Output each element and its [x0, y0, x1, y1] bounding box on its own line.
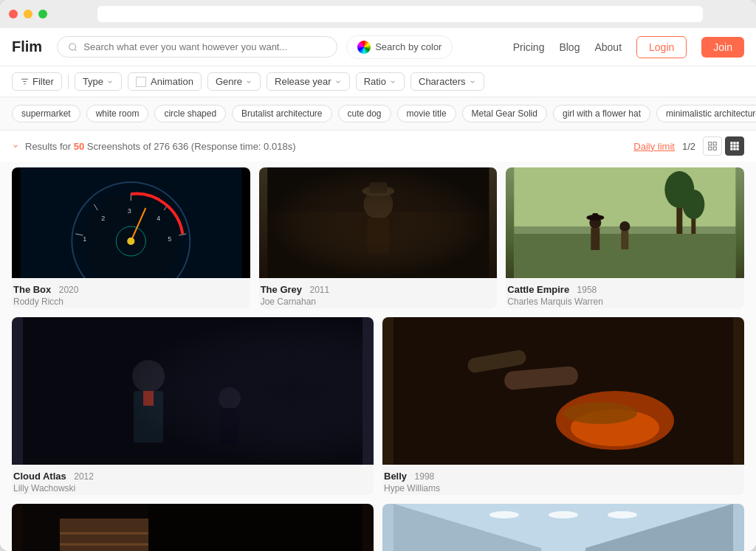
minimize-dot[interactable]	[24, 10, 32, 18]
movie-info-the-grey: The Grey 2011 Joe Carnahan	[259, 278, 498, 308]
svg-rect-13	[734, 145, 735, 147]
genre-label: Genre	[216, 76, 242, 87]
cloud-atlas-svg	[12, 317, 374, 465]
svg-rect-12	[731, 145, 732, 147]
svg-point-86	[549, 511, 578, 519]
content-area: 3 4 5 2 1	[0, 162, 756, 551]
svg-point-0	[69, 44, 76, 50]
movie-title: The Grey	[261, 284, 302, 295]
movie-director: Hype Williams	[384, 483, 743, 493]
release-label: Release year	[275, 76, 331, 87]
movie-card-cloud-atlas[interactable]: Cloud Atlas 2012 Lilly Wachowski	[12, 317, 374, 495]
chip-4[interactable]: cute dog	[338, 105, 391, 122]
svg-rect-8	[713, 147, 716, 150]
filter-label: Filter	[32, 76, 54, 87]
chip-3[interactable]: Brutalist architecture	[232, 105, 331, 122]
movie-card-belly[interactable]: Belly 1998 Hype Williams	[382, 317, 744, 495]
movie-year: 2011	[309, 285, 329, 295]
blog-link[interactable]: Blog	[559, 41, 580, 53]
daily-limit-pages: 1/2	[682, 141, 695, 152]
search-bar[interactable]	[57, 36, 337, 58]
movie-info-belly: Belly 1998 Hype Williams	[382, 465, 744, 495]
svg-rect-50	[591, 228, 600, 250]
login-button[interactable]: Login	[636, 36, 687, 58]
movie-title: Cloud Atlas	[13, 471, 66, 482]
movie-card-the-box[interactable]: 3 4 5 2 1	[12, 167, 250, 308]
svg-rect-77	[60, 519, 148, 551]
grid-icon	[707, 141, 718, 151]
results-total: 276 636	[154, 141, 188, 152]
chip-5[interactable]: movie title	[397, 105, 456, 122]
movie-title: Belly	[384, 471, 407, 482]
movie-year: 2012	[74, 471, 94, 482]
svg-rect-14	[737, 145, 738, 147]
svg-line-1	[75, 49, 76, 50]
svg-point-51	[620, 221, 630, 232]
svg-text:4: 4	[157, 215, 160, 222]
view-toggle	[703, 136, 744, 156]
ratio-label: Ratio	[364, 76, 386, 87]
animation-label: Animation	[151, 76, 193, 87]
svg-text:2: 2	[101, 215, 105, 222]
svg-point-85	[489, 511, 519, 519]
movie-card-cattle-empire[interactable]: Cattle Empire 1958 Charles Marquis Warre…	[506, 167, 744, 308]
movie-thumbnail-cloud-atlas	[12, 317, 374, 465]
movie-director: Charles Marquis Warren	[507, 297, 743, 307]
pricing-link[interactable]: Pricing	[513, 41, 545, 53]
movie-director: Joe Carnahan	[261, 297, 496, 307]
movie-thumbnail-belly	[382, 317, 744, 465]
svg-text:3: 3	[128, 207, 131, 215]
navbar: Flim Search by color Pricing Blog About …	[0, 28, 756, 66]
svg-rect-10	[734, 142, 735, 144]
titlebar	[0, 0, 756, 28]
daily-limit: Daily limit 1/2	[633, 136, 744, 156]
movie-info-cattle-empire: Cattle Empire 1958 Charles Marquis Warre…	[506, 278, 744, 308]
about-link[interactable]: About	[594, 41, 622, 53]
list-view-btn[interactable]	[725, 136, 744, 156]
response-time: 0.018	[264, 141, 288, 152]
logo: Flim	[12, 38, 42, 55]
filter-button[interactable]: Filter	[12, 72, 62, 91]
animation-filter[interactable]: Animation	[128, 72, 202, 91]
close-dot[interactable]	[9, 10, 18, 18]
url-bar[interactable]	[97, 6, 703, 22]
movie-card-the-grey[interactable]: The Grey 2011 Joe Carnahan	[259, 167, 498, 308]
movie-title: The Box	[13, 284, 51, 295]
results-prefix: Results for	[25, 141, 71, 152]
chip-1[interactable]: white room	[86, 105, 149, 122]
chip-0[interactable]: supermarket	[12, 105, 80, 122]
search-icon	[68, 42, 78, 52]
seventh-svg	[12, 504, 374, 551]
svg-rect-61	[23, 317, 362, 465]
daily-limit-label[interactable]: Daily limit	[633, 141, 675, 152]
release-dropdown[interactable]: Release year	[267, 72, 350, 91]
characters-dropdown[interactable]: Characters	[410, 72, 484, 91]
svg-point-67	[563, 402, 637, 424]
chip-7[interactable]: girl with a flower hat	[553, 105, 650, 122]
results-count: 50	[74, 141, 84, 152]
chevron-down-icon-2	[245, 78, 252, 86]
movie-row-2: Cloud Atlas 2012 Lilly Wachowski	[12, 317, 744, 495]
genre-dropdown[interactable]: Genre	[207, 72, 261, 91]
movie-info-the-box: The Box 2020 Roddy Ricch	[12, 278, 250, 308]
chip-2[interactable]: circle shaped	[154, 105, 226, 122]
movie-card-promising[interactable]: Promising Young Woman 2020 Emerald Fenne…	[382, 504, 744, 551]
caret-down-icon	[12, 142, 19, 150]
maximize-dot[interactable]	[38, 10, 47, 18]
chip-6[interactable]: Metal Gear Solid	[462, 105, 547, 122]
type-dropdown[interactable]: Type	[75, 72, 122, 91]
movie-director: Roddy Ricch	[13, 297, 249, 307]
join-button[interactable]: Join	[701, 37, 744, 58]
svg-point-34	[127, 238, 134, 245]
color-search-btn[interactable]: Search by color	[346, 35, 453, 59]
chip-8[interactable]: minimalistic architecture	[656, 105, 756, 122]
grid-view-btn[interactable]	[703, 136, 722, 156]
movie-card-seventh-sign[interactable]: The Seventh Sign 1988 Carl Schultz	[12, 504, 374, 551]
movie-year: 2020	[59, 285, 79, 295]
ratio-dropdown[interactable]: Ratio	[356, 72, 405, 91]
filters-bar: Filter Type Animation Genre Release year…	[0, 66, 756, 97]
svg-rect-9	[731, 142, 732, 144]
search-input[interactable]	[83, 41, 326, 52]
animation-checkbox[interactable]	[136, 77, 146, 87]
svg-rect-62	[394, 317, 733, 465]
